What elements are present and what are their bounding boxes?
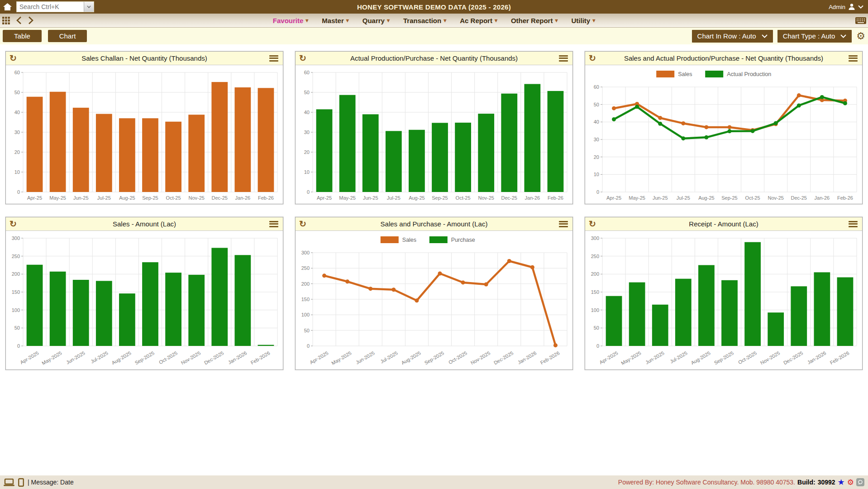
svg-text:Jan-26: Jan-26 — [815, 195, 830, 201]
chart-button[interactable]: Chart — [48, 30, 87, 42]
svg-text:Oct-25: Oct-25 — [745, 195, 760, 201]
svg-text:Nov-25: Nov-25 — [478, 195, 494, 201]
menu-item-ac-report[interactable]: Ac Report▾ — [460, 17, 497, 24]
svg-text:Dec-2025: Dec-2025 — [203, 350, 224, 365]
svg-text:150: 150 — [12, 289, 20, 295]
svg-text:50: 50 — [14, 90, 20, 95]
chart-menu-button[interactable] — [554, 217, 572, 231]
search-input[interactable] — [17, 2, 84, 12]
table-button[interactable]: Table — [3, 30, 42, 42]
menu-item-quarry[interactable]: Quarry▾ — [362, 17, 390, 24]
chart-menu-button[interactable] — [554, 51, 572, 65]
page-title: HONEY SOFTWARE DEMO DATA (2025 - 2026) — [0, 3, 868, 11]
svg-text:Feb-26: Feb-26 — [258, 195, 274, 201]
main-menu: Favourite▾ Master▾ Quarry▾ Transaction▾ … — [0, 17, 868, 24]
status-message: | Message: Date — [28, 479, 74, 486]
settings-gear-icon[interactable]: ⚙ — [856, 31, 865, 41]
svg-text:Dec-2025: Dec-2025 — [493, 350, 514, 365]
dropdown-arrow-icon: ▾ — [592, 17, 595, 24]
chart-menu-button[interactable] — [265, 217, 283, 231]
star-icon[interactable]: ★ — [838, 478, 845, 486]
dropdown-arrow-icon: ▾ — [444, 17, 446, 24]
svg-text:100: 100 — [301, 312, 310, 317]
svg-text:Purchase: Purchase — [451, 237, 475, 243]
menu-item-transaction[interactable]: Transaction▾ — [403, 17, 446, 24]
svg-text:Aug-2025: Aug-2025 — [111, 350, 132, 365]
keyboard-button[interactable] — [855, 17, 866, 24]
chart-menu-button[interactable] — [265, 51, 283, 65]
view-toolbar: Table Chart Chart In Row : Auto Chart Ty… — [0, 28, 868, 44]
menu-item-master[interactable]: Master▾ — [322, 17, 348, 24]
svg-text:Sep-25: Sep-25 — [721, 195, 737, 201]
svg-text:300: 300 — [591, 235, 599, 241]
svg-text:150: 150 — [591, 289, 599, 295]
svg-text:50: 50 — [14, 325, 20, 331]
chart-menu-button[interactable] — [844, 51, 862, 65]
mobile-view-button[interactable] — [18, 478, 24, 487]
svg-text:300: 300 — [301, 250, 310, 255]
admin-menu[interactable]: Admin — [829, 3, 868, 10]
refresh-icon: ↻ — [10, 53, 17, 63]
refresh-button[interactable]: ↻ — [585, 220, 600, 228]
build-label: Build: — [797, 479, 816, 486]
refresh-button[interactable]: ↻ — [585, 54, 600, 62]
chart-type-dropdown[interactable]: Chart Type : Auto — [777, 30, 852, 43]
search-dropdown-button[interactable] — [84, 2, 94, 12]
keyboard-icon — [855, 17, 866, 24]
desktop-view-button[interactable] — [4, 479, 14, 486]
svg-text:100: 100 — [12, 307, 20, 313]
svg-text:300: 300 — [12, 235, 20, 241]
home-icon — [3, 3, 12, 11]
svg-text:Jun-2025: Jun-2025 — [65, 350, 86, 365]
support-gear-icon[interactable]: ⚙ — [847, 479, 854, 486]
chart-canvas: 0102030405060Apr-25May-25Jun-25Jul-25Aug… — [296, 65, 572, 204]
nav-bar: Favourite▾ Master▾ Quarry▾ Transaction▾ … — [0, 14, 868, 28]
svg-text:Jan-26: Jan-26 — [525, 195, 540, 201]
svg-text:Jul-25: Jul-25 — [387, 195, 401, 201]
svg-text:60: 60 — [14, 70, 20, 75]
svg-text:Actual Production: Actual Production — [727, 71, 771, 77]
svg-text:Jul-25: Jul-25 — [677, 195, 690, 201]
svg-text:0: 0 — [596, 343, 599, 349]
svg-text:Feb-26: Feb-26 — [548, 195, 563, 201]
refresh-button[interactable]: ↻ — [296, 54, 310, 62]
svg-text:0: 0 — [17, 189, 20, 195]
svg-text:250: 250 — [12, 254, 20, 259]
svg-text:Apr-25: Apr-25 — [606, 195, 621, 201]
svg-text:Apr-25: Apr-25 — [317, 195, 332, 201]
chevron-down-icon — [762, 34, 768, 38]
svg-text:Apr-2025: Apr-2025 — [19, 350, 39, 365]
laptop-icon — [4, 479, 14, 486]
svg-text:May-25: May-25 — [629, 195, 645, 201]
menu-item-favourite[interactable]: Favourite▾ — [273, 17, 309, 24]
menu-item-utility[interactable]: Utility▾ — [571, 17, 595, 24]
home-button[interactable] — [0, 0, 14, 14]
svg-text:20: 20 — [14, 149, 20, 155]
svg-text:20: 20 — [304, 149, 310, 155]
svg-text:40: 40 — [14, 110, 20, 115]
svg-text:Jun-2025: Jun-2025 — [355, 350, 376, 365]
whatsapp-icon[interactable] — [856, 478, 864, 486]
svg-text:Sep-2025: Sep-2025 — [424, 350, 445, 365]
chart-panel-sales-amount: ↻ Sales - Amount (Lac) 05010015020025030… — [5, 217, 283, 370]
svg-text:Sep-25: Sep-25 — [142, 195, 158, 201]
svg-text:Sep-25: Sep-25 — [432, 195, 448, 201]
svg-text:Dec-25: Dec-25 — [212, 195, 228, 201]
refresh-button[interactable]: ↻ — [296, 220, 310, 228]
refresh-button[interactable]: ↻ — [6, 54, 20, 62]
svg-text:Oct-25: Oct-25 — [166, 195, 181, 201]
dropdown-arrow-icon: ▾ — [387, 17, 390, 24]
chart-panel-receipt-amount: ↻ Receipt - Amount (Lac) 050100150200250… — [585, 217, 863, 370]
svg-text:0: 0 — [307, 189, 310, 195]
chart-panel-sales-purchase-amount: ↻ Sales and Purchase - Amount (Lac) 0501… — [295, 217, 573, 370]
refresh-button[interactable]: ↻ — [6, 220, 20, 228]
chart-in-row-dropdown[interactable]: Chart In Row : Auto — [692, 30, 773, 43]
svg-text:0: 0 — [307, 343, 310, 349]
chart-title: Receipt - Amount (Lac) — [585, 220, 862, 228]
chart-canvas: 050100150200250300Apr-2025May-2025Jun-20… — [585, 231, 862, 369]
charts-grid: ↻ Sales Challan - Net Quantity (Thousand… — [0, 44, 868, 370]
chevron-down-icon — [840, 34, 846, 38]
chart-panel-sales-vs-production: ↻ Sales and Actual Production/Purchase -… — [585, 51, 863, 204]
menu-item-other-report[interactable]: Other Report▾ — [511, 17, 558, 24]
chart-menu-button[interactable] — [844, 217, 862, 231]
